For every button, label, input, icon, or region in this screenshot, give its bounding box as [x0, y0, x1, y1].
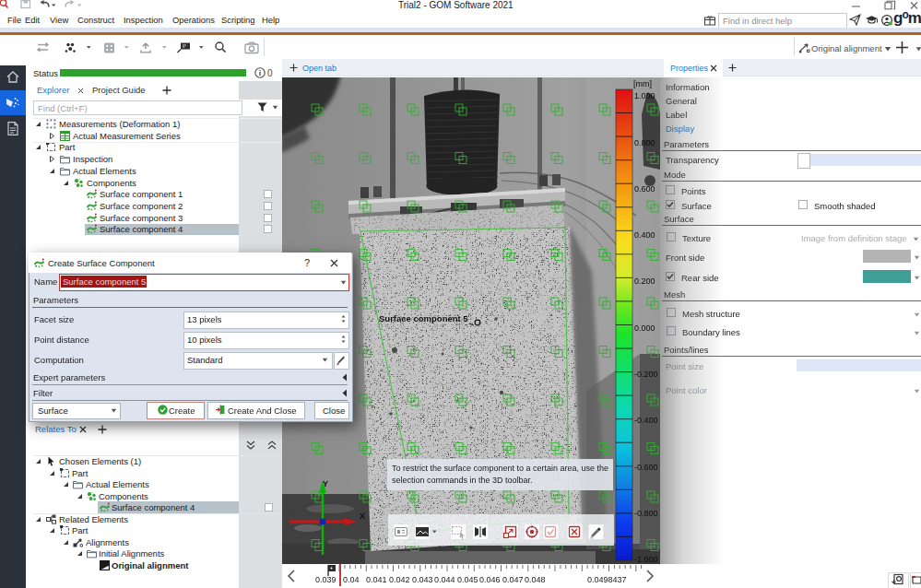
svg-text:0.400: 0.400 — [634, 230, 655, 240]
svg-text:0.000: 0.000 — [634, 323, 655, 333]
svg-text:0.200: 0.200 — [634, 276, 655, 286]
svg-text:-0.200: -0.200 — [634, 370, 658, 379]
svg-text:Y: Y — [323, 479, 328, 488]
svg-text:-0.800: -0.800 — [634, 509, 658, 518]
svg-text:-1.000: -1.000 — [634, 555, 658, 564]
svg-text:To restrict the surface compon: To restrict the surface component to a c… — [392, 464, 608, 473]
svg-text:[mm]: [mm] — [633, 79, 652, 88]
svg-text:1.000: 1.000 — [634, 91, 655, 100]
svg-text:X: X — [360, 512, 365, 521]
svg-text:Surface component 5: Surface component 5 — [379, 313, 468, 323]
svg-text:0.800: 0.800 — [634, 138, 655, 147]
svg-text:-0.600: -0.600 — [634, 463, 658, 472]
svg-text:selection commands in the 3D t: selection commands in the 3D toolbar. — [392, 476, 533, 485]
svg-text:-0.400: -0.400 — [634, 416, 658, 425]
svg-text:0.600: 0.600 — [634, 184, 655, 194]
